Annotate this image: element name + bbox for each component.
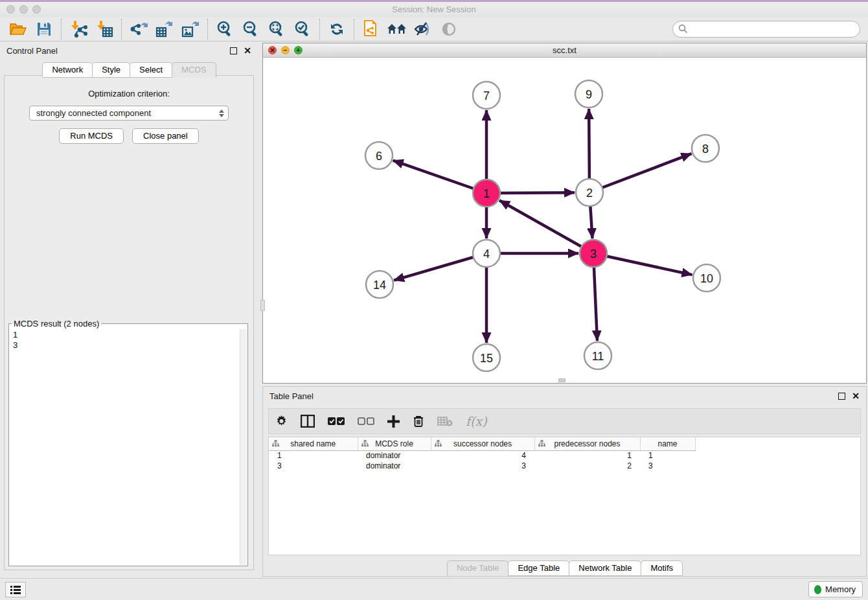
add-column-icon[interactable] <box>387 415 400 428</box>
table-panel-title: Table Panel <box>269 391 838 401</box>
gear-icon[interactable] <box>275 415 288 428</box>
float-table-panel-icon[interactable] <box>838 393 845 400</box>
table-cell[interactable]: 4 <box>431 450 534 461</box>
export-network-icon[interactable] <box>126 18 152 40</box>
table-cell[interactable]: 2 <box>534 461 640 471</box>
run-mcds-button[interactable]: Run MCDS <box>59 128 124 144</box>
graph-edge[interactable] <box>499 200 593 253</box>
column-header-mcds-role[interactable]: MCDS role <box>358 437 431 450</box>
toolbar-separator <box>319 19 320 40</box>
float-panel-icon[interactable] <box>230 47 237 54</box>
tab-motifs[interactable]: Motifs <box>641 560 683 576</box>
tab-style[interactable]: Style <box>92 62 130 78</box>
svg-text:3: 3 <box>590 248 597 260</box>
zoom-out-icon[interactable] <box>238 18 264 40</box>
maximize-window-button[interactable] <box>32 5 41 14</box>
table-cell[interactable]: 3 <box>640 461 695 471</box>
memory-button[interactable]: Memory <box>808 581 863 597</box>
table-cell[interactable]: dominator <box>358 450 431 461</box>
svg-text:1: 1 <box>483 187 490 200</box>
criterion-dropdown[interactable]: strongly connected component <box>29 106 229 121</box>
column-header-name[interactable]: name <box>640 437 695 450</box>
close-window-button[interactable] <box>6 5 15 14</box>
open-session-icon[interactable] <box>5 18 31 40</box>
splitter-grip[interactable] <box>260 300 265 311</box>
table-cell[interactable]: 1 <box>269 450 358 461</box>
network-scroll-thumb[interactable] <box>558 378 565 382</box>
refresh-icon[interactable] <box>324 18 350 40</box>
svg-text:10: 10 <box>700 272 713 285</box>
graph-node[interactable]: 2 <box>576 179 603 206</box>
tab-mcds[interactable]: MCDS <box>172 62 216 78</box>
column-header-successor-nodes[interactable]: successor nodes <box>431 437 534 450</box>
close-panel-icon[interactable]: ✕ <box>244 46 251 55</box>
graph-node[interactable]: 10 <box>693 264 720 292</box>
tab-select[interactable]: Select <box>130 62 172 78</box>
zoom-in-icon[interactable] <box>212 18 238 40</box>
tab-edge-table[interactable]: Edge Table <box>508 560 569 576</box>
export-image-icon[interactable] <box>177 18 203 40</box>
import-network-icon[interactable] <box>65 18 91 40</box>
table-cell[interactable]: 1 <box>640 450 695 461</box>
zoom-fit-icon[interactable] <box>264 18 290 40</box>
node-table-body: 1dominator4113dominator323 <box>269 450 695 471</box>
graph-node[interactable]: 8 <box>692 135 719 162</box>
close-panel-button[interactable]: Close panel <box>132 128 199 144</box>
graph-node[interactable]: 6 <box>365 142 393 169</box>
column-header-shared-name[interactable]: shared name <box>269 437 358 450</box>
graph-node[interactable]: 14 <box>366 271 393 298</box>
hide-graphics-details-icon[interactable] <box>410 18 436 40</box>
table-row[interactable]: 3dominator323 <box>269 461 695 471</box>
delete-column-icon[interactable] <box>413 415 424 428</box>
toolbar-separator <box>61 19 62 40</box>
graph-edge[interactable] <box>593 253 692 275</box>
minimize-window-button[interactable] <box>19 5 28 14</box>
svg-text:2: 2 <box>586 187 593 200</box>
search-field[interactable] <box>672 21 860 38</box>
graph-node[interactable]: 9 <box>575 80 602 108</box>
memory-label: Memory <box>825 584 856 594</box>
control-panel: Control Panel ✕ Network Style Select MCD… <box>0 41 258 578</box>
graph-edge[interactable] <box>394 253 486 281</box>
graph-edge[interactable] <box>589 154 691 192</box>
table-row[interactable]: 1dominator411 <box>269 450 695 461</box>
tab-node-table[interactable]: Node Table <box>447 560 509 576</box>
search-input[interactable] <box>691 24 854 34</box>
table-cell[interactable]: 1 <box>534 450 640 461</box>
mcds-result-text[interactable]: 1 3 <box>13 330 238 564</box>
graph-edges[interactable] <box>393 109 692 343</box>
svg-text:7: 7 <box>483 89 490 102</box>
network-window-titlebar[interactable]: scc.txt ✕ − + <box>263 43 866 58</box>
mcds-result-box: MCDS result (2 nodes) 1 3 <box>8 319 248 566</box>
save-session-icon[interactable] <box>31 18 57 40</box>
toolbar-separator <box>121 19 122 40</box>
close-table-panel-icon[interactable]: ✕ <box>852 391 860 400</box>
graph-edge[interactable] <box>393 161 486 193</box>
result-scrollbar[interactable] <box>240 329 247 565</box>
graph-node[interactable]: 11 <box>584 342 611 369</box>
window-title: Session: New Session <box>0 5 868 14</box>
first-neighbors-icon[interactable] <box>384 18 410 40</box>
graph-node[interactable]: 7 <box>473 82 500 109</box>
network-window-title: scc.txt <box>263 45 866 55</box>
column-header-predecessor-nodes[interactable]: predecessor nodes <box>534 437 640 450</box>
clone-network-icon[interactable] <box>358 18 384 40</box>
table-cell[interactable]: 3 <box>431 461 534 471</box>
deselect-all-icon[interactable] <box>358 417 374 426</box>
table-cell[interactable]: dominator <box>358 461 431 471</box>
split-columns-icon[interactable] <box>301 415 315 428</box>
graph-node[interactable]: 15 <box>473 344 500 371</box>
export-table-icon[interactable] <box>152 18 177 40</box>
graph-node[interactable]: 3 <box>580 240 607 267</box>
task-history-button[interactable] <box>5 582 26 597</box>
tab-network[interactable]: Network <box>42 62 93 78</box>
table-header-row: shared name MCDS role successor nodes pr… <box>269 437 695 450</box>
table-cell[interactable]: 3 <box>269 461 358 471</box>
network-canvas[interactable]: 7968124314101511 <box>263 58 866 383</box>
tab-network-table[interactable]: Network Table <box>569 560 641 576</box>
graph-node[interactable]: 4 <box>473 240 500 267</box>
zoom-selected-icon[interactable] <box>290 18 315 40</box>
select-all-icon[interactable] <box>328 417 345 426</box>
import-table-icon[interactable] <box>91 18 117 40</box>
graph-node[interactable]: 1 <box>473 179 500 207</box>
